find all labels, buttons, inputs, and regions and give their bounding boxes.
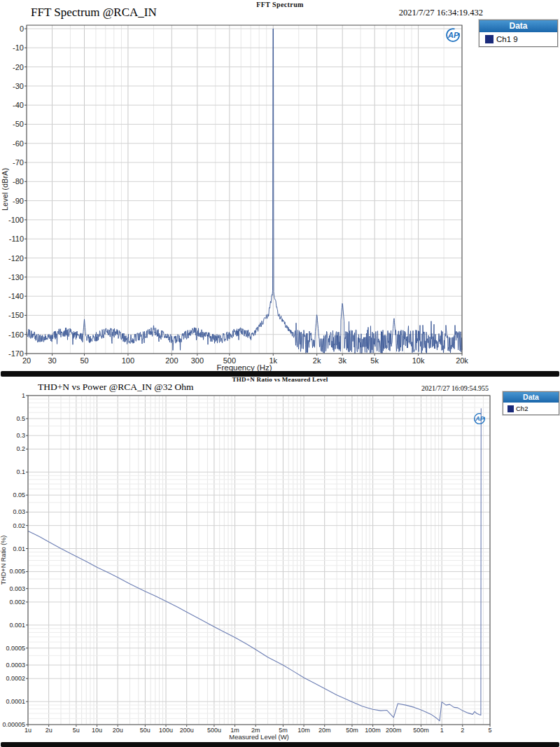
- svg-text:-150: -150: [8, 311, 24, 319]
- y-axis-title: Level (dBrA): [1, 168, 9, 211]
- svg-text:0.0002: 0.0002: [6, 675, 25, 682]
- svg-text:20k: 20k: [456, 356, 468, 365]
- svg-text:-90: -90: [13, 197, 24, 205]
- fft-chart-title: FFT Spectrum @RCA_IN: [31, 6, 157, 20]
- svg-text:-120: -120: [8, 254, 24, 263]
- svg-text:10u: 10u: [92, 727, 102, 734]
- svg-text:0.002: 0.002: [9, 599, 25, 606]
- svg-text:-130: -130: [8, 273, 24, 281]
- svg-text:-170: -170: [8, 349, 24, 358]
- svg-text:0: 0: [20, 25, 24, 33]
- svg-text:20u: 20u: [113, 727, 123, 734]
- axis-labels-1: 1u2u5u10u20u50u100u200u500u1m2m5m10m20m5…: [2, 392, 491, 734]
- svg-text:50: 50: [80, 356, 88, 365]
- svg-text:1: 1: [22, 392, 25, 399]
- svg-text:5u: 5u: [73, 727, 80, 734]
- svg-text:5: 5: [488, 727, 491, 734]
- svg-text:5k: 5k: [370, 356, 379, 365]
- series-label: Ch2: [516, 405, 528, 412]
- svg-text:100u: 100u: [159, 727, 173, 734]
- y-axis-title: THD+N Ratio (%): [0, 536, 7, 585]
- svg-text:-140: -140: [8, 292, 24, 300]
- plot-border-0: [27, 25, 462, 354]
- svg-text:100m: 100m: [365, 727, 381, 734]
- svg-text:-30: -30: [13, 82, 24, 90]
- x-axis-title: Measured Level (W): [229, 733, 289, 741]
- svg-text:2: 2: [461, 727, 464, 734]
- svg-text:0.00005: 0.00005: [2, 721, 25, 728]
- svg-text:20m: 20m: [318, 727, 331, 734]
- svg-text:0.02: 0.02: [13, 522, 25, 529]
- fft-legend-header: Data: [479, 20, 557, 32]
- svg-text:-160: -160: [8, 330, 24, 339]
- series-trace-ch2: [28, 408, 481, 720]
- thdn-legend-header: Data: [503, 392, 559, 403]
- svg-text:-50: -50: [13, 120, 24, 128]
- fft-legend-box: Data Ch1 9: [479, 20, 558, 47]
- svg-text:0.5: 0.5: [16, 415, 25, 422]
- svg-text:-20: -20: [13, 63, 24, 71]
- axis-labels-0: 2030501002003005001k2k3k5k10k20k0-10-20-…: [8, 25, 468, 365]
- svg-text:1: 1: [440, 727, 444, 734]
- grid-0: [24, 25, 462, 356]
- ap-logo-icon: AP: [473, 412, 486, 425]
- svg-text:0.005: 0.005: [9, 568, 25, 575]
- series-color-swatch: [507, 405, 514, 412]
- fft-legend-item[interactable]: Ch1 9: [479, 32, 557, 46]
- svg-text:-60: -60: [13, 139, 24, 148]
- svg-text:0.0003: 0.0003: [6, 662, 25, 669]
- svg-text:500u: 500u: [207, 727, 221, 734]
- svg-text:0.0005: 0.0005: [6, 645, 25, 652]
- thdn-legend-box: Data Ch2: [503, 391, 559, 415]
- thdn-chart-title: THD+N vs Power @RCA_IN @32 Ohm: [38, 382, 194, 393]
- svg-text:0.2: 0.2: [16, 445, 25, 452]
- svg-text:500m: 500m: [413, 727, 429, 734]
- svg-text:0.0001: 0.0001: [6, 698, 25, 705]
- svg-text:-100: -100: [8, 216, 24, 224]
- thdn-timestamp: 2021/7/27 16:09:54.955: [421, 384, 489, 392]
- svg-text:2k: 2k: [313, 356, 321, 365]
- svg-text:200m: 200m: [386, 727, 402, 734]
- svg-text:200u: 200u: [180, 727, 194, 734]
- grid-1: [26, 396, 490, 727]
- svg-text:50m: 50m: [346, 727, 358, 734]
- thdn-legend-item[interactable]: Ch2: [503, 403, 559, 414]
- series-label: Ch1 9: [496, 35, 518, 43]
- svg-text:200: 200: [165, 356, 178, 365]
- svg-text:0.1: 0.1: [16, 468, 25, 475]
- ap-logo-icon: AP: [445, 27, 461, 43]
- svg-text:2u: 2u: [46, 727, 52, 734]
- svg-text:0.3: 0.3: [16, 432, 25, 439]
- svg-text:300: 300: [191, 356, 204, 365]
- svg-text:1u: 1u: [24, 727, 31, 734]
- series-color-swatch: [485, 35, 493, 43]
- svg-text:-110: -110: [9, 235, 24, 243]
- svg-text:0.01: 0.01: [13, 545, 25, 552]
- svg-text:0.05: 0.05: [13, 491, 25, 498]
- svg-text:0.03: 0.03: [13, 508, 25, 515]
- svg-text:0.001: 0.001: [9, 622, 25, 629]
- svg-text:-40: -40: [13, 101, 24, 109]
- svg-text:10m: 10m: [298, 727, 310, 734]
- svg-text:-70: -70: [13, 158, 24, 167]
- svg-text:3k: 3k: [338, 356, 346, 365]
- measurement-report: 2030501002003005001k2k3k5k10k20k0-10-20-…: [0, 0, 560, 747]
- svg-text:100: 100: [122, 356, 134, 365]
- fft-timestamp: 2021/7/27 16:34:19.432: [399, 8, 483, 18]
- svg-text:AP: AP: [447, 31, 459, 39]
- svg-text:-10: -10: [13, 43, 24, 52]
- series-trace-ch1-9: [27, 29, 462, 354]
- svg-text:-80: -80: [13, 177, 24, 186]
- svg-text:0.003: 0.003: [9, 585, 25, 592]
- svg-text:10k: 10k: [412, 356, 425, 365]
- svg-text:50u: 50u: [140, 727, 150, 734]
- svg-text:30: 30: [48, 356, 56, 365]
- svg-text:AP: AP: [475, 415, 484, 422]
- bottom-edge-bar: [1, 742, 559, 747]
